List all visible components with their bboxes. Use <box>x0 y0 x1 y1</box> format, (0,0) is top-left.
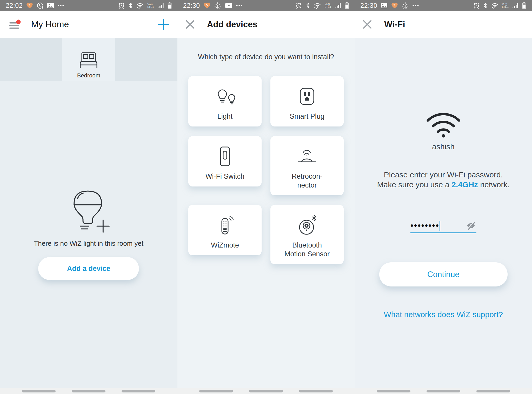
room-tile-bedroom[interactable]: Bedroom <box>62 38 115 81</box>
gallery-icon <box>381 3 388 9</box>
smart-plug-icon <box>274 83 341 110</box>
whatsapp-icon <box>37 2 44 9</box>
composite-screens: 22:02 Vo))LTE1 My Home <box>0 0 532 394</box>
nav-dash <box>72 390 105 392</box>
wifi-icon <box>314 2 321 9</box>
nav-dash <box>22 390 56 392</box>
device-card-label: WiZmote <box>191 241 258 250</box>
eye-off-icon[interactable] <box>466 221 476 230</box>
bluetooth-icon <box>483 2 488 9</box>
bulb-add-icon <box>64 186 113 234</box>
nav-dash <box>199 390 233 392</box>
close-icon[interactable] <box>185 19 195 29</box>
wifi-icon <box>136 2 144 9</box>
rays-icon <box>214 2 221 9</box>
alarm-icon <box>295 2 302 9</box>
device-card-label: Retrocon- nector <box>274 172 341 190</box>
bottom-nav-strip <box>0 388 532 394</box>
home-app-bar: My Home <box>0 11 177 38</box>
wifi-icon <box>491 2 499 9</box>
wifi-large-icon <box>424 108 463 138</box>
bluetooth-icon <box>306 2 310 9</box>
youtube-icon <box>225 3 232 9</box>
status-left: 22:30 <box>183 2 243 9</box>
status-right: Vo))LTE1 <box>473 2 526 9</box>
question-text: Which type of device do you want to inst… <box>187 53 345 61</box>
retroconnector-icon <box>274 143 341 170</box>
battery-icon <box>522 2 526 9</box>
device-card-wifi-switch[interactable]: Wi-Fi Switch <box>188 136 262 186</box>
clock-text: 22:30 <box>360 2 377 9</box>
bluetooth-icon <box>128 2 133 9</box>
nav-dash <box>427 390 460 392</box>
clock-text: 22:30 <box>183 2 200 9</box>
wifi-switch-icon <box>191 143 258 170</box>
more-icon <box>57 4 64 6</box>
light-icon <box>191 83 258 110</box>
signal-bars-icon <box>157 2 164 9</box>
device-card-light[interactable]: Light <box>188 76 262 126</box>
wizmote-icon <box>191 212 258 239</box>
nav-hints <box>355 388 532 394</box>
nav-hints <box>0 388 177 394</box>
nav-dash <box>249 390 283 392</box>
clock-text: 22:02 <box>6 2 23 9</box>
network-type-label: Vo))LTE1 <box>147 3 154 8</box>
add-devices-screen: 22:30 Vo))LTE1 Add devices Which type of… <box>177 0 355 394</box>
hamburger-menu-icon[interactable] <box>8 19 21 30</box>
device-card-wizmote[interactable]: WiZmote <box>188 205 262 255</box>
status-bar: 22:30 Vo))LTE1 <box>177 0 355 11</box>
device-card-label: Wi-Fi Switch <box>191 172 258 181</box>
device-card-label: Light <box>191 112 258 121</box>
room-tile-left[interactable] <box>0 38 62 81</box>
page-title: Wi-Fi <box>384 19 405 29</box>
status-bar: 22:30 Vo))LTE1 <box>355 0 532 11</box>
plus-icon[interactable] <box>158 18 170 30</box>
status-left: 22:30 <box>360 2 419 9</box>
device-card-smart-plug[interactable]: Smart Plug <box>270 76 344 126</box>
continue-button[interactable]: Continue <box>379 262 508 286</box>
battery-icon <box>168 2 172 9</box>
password-masked-value: •••••••• <box>410 221 439 230</box>
nav-dash <box>377 390 410 392</box>
heart-icon <box>391 2 398 9</box>
close-icon[interactable] <box>362 19 372 29</box>
signal-bars-icon <box>512 2 519 9</box>
status-bar: 22:02 Vo))LTE1 <box>0 0 177 11</box>
text-cursor <box>440 221 440 231</box>
gallery-icon <box>47 3 54 9</box>
home-screen: 22:02 Vo))LTE1 My Home <box>0 0 177 394</box>
network-type-label: Vo))LTE1 <box>502 3 509 8</box>
support-link[interactable]: What networks does WiZ support? <box>355 310 532 319</box>
battery-icon <box>345 2 349 9</box>
device-card-retroconnector[interactable]: Retrocon- nector <box>270 136 344 195</box>
empty-room-message: There is no WiZ light in this room yet <box>0 239 177 248</box>
nav-dash <box>299 390 333 392</box>
home-content: Bedroom There is no WiZ light in this ro… <box>0 38 177 394</box>
status-right: Vo))LTE1 <box>118 2 171 9</box>
page-title: Add devices <box>207 19 257 29</box>
device-card-bluetooth-motion-sensor[interactable]: Bluetooth Motion Sensor <box>270 205 344 264</box>
network-type-label: Vo))LTE1 <box>325 3 331 8</box>
signal-bars-icon <box>335 2 341 9</box>
more-icon <box>412 4 419 6</box>
more-icon <box>236 4 243 6</box>
wifi-app-bar: Wi-Fi <box>355 11 532 38</box>
status-right: Vo))LTE1 <box>295 2 349 9</box>
add-device-button[interactable]: Add a device <box>38 257 139 280</box>
wifi-content: ashish Please enter your Wi-Fi password.… <box>355 38 532 394</box>
heart-icon <box>26 2 33 9</box>
bluetooth-motion-sensor-icon <box>274 212 341 239</box>
rays-icon <box>402 2 409 9</box>
password-input[interactable]: •••••••• <box>410 219 476 233</box>
rooms-row: Bedroom <box>0 38 177 81</box>
network-name: ashish <box>355 142 532 151</box>
nav-dash <box>476 390 510 392</box>
bed-icon <box>77 52 100 69</box>
device-card-label: Smart Plug <box>274 112 341 121</box>
add-devices-app-bar: Add devices <box>177 11 355 38</box>
wifi-screen: 22:30 Vo))LTE1 Wi-Fi <box>355 0 532 394</box>
alarm-icon <box>118 2 125 9</box>
nav-hints <box>177 388 355 394</box>
room-tile-right[interactable] <box>115 38 177 81</box>
